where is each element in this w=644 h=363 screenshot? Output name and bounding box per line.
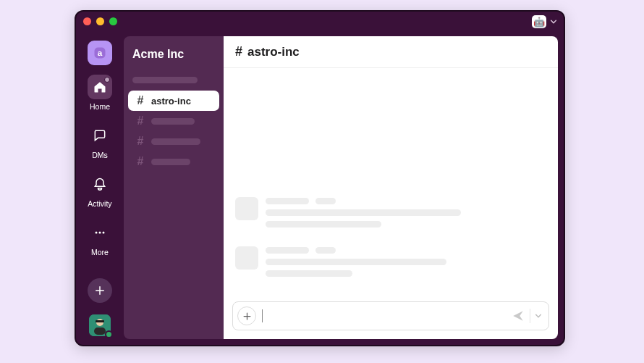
main-pane: # astro-inc	[224, 36, 558, 339]
create-new-button[interactable]	[88, 278, 112, 303]
hash-icon: #	[135, 135, 145, 148]
skeleton-time	[315, 247, 336, 254]
text-caret	[262, 309, 263, 322]
channel-item-astro-inc[interactable]: # astro-inc	[128, 91, 219, 111]
skeleton-text	[266, 259, 446, 265]
channel-skeleton	[151, 138, 200, 145]
nav-dms-label: DMs	[92, 151, 108, 159]
avatar-placeholder	[235, 246, 258, 270]
composer-attach-button[interactable]	[237, 306, 256, 325]
svg-rect-7	[94, 327, 106, 335]
channel-item-placeholder[interactable]: #	[128, 151, 219, 172]
channel-sidebar: Acme Inc # astro-inc # # #	[124, 36, 224, 339]
channel-skeleton	[151, 118, 195, 125]
app-badge-icon[interactable]: 🤖	[532, 15, 546, 28]
nav-more-label: More	[91, 248, 109, 256]
app-window: 🤖 a Home DMs	[75, 10, 565, 346]
maximize-window-button[interactable]	[109, 17, 117, 25]
svg-text:a: a	[98, 48, 103, 57]
svg-rect-8	[96, 320, 104, 322]
user-avatar[interactable]	[89, 314, 111, 336]
channel-skeleton	[151, 159, 190, 165]
activity-icon	[88, 172, 112, 196]
nav-home-label: Home	[90, 102, 110, 111]
send-options-chevron-icon[interactable]	[533, 311, 544, 321]
message-placeholder	[235, 197, 461, 228]
hash-icon: #	[235, 44, 242, 59]
send-button[interactable]	[509, 307, 528, 325]
skeleton-text	[266, 221, 381, 228]
channel-item-placeholder[interactable]: #	[128, 111, 219, 131]
message-composer[interactable]	[232, 301, 549, 330]
nav-dms[interactable]: DMs	[78, 118, 122, 162]
divider	[530, 309, 530, 323]
avatar-placeholder	[235, 197, 258, 220]
title-bar-right: 🤖	[532, 15, 558, 28]
channel-item-placeholder[interactable]: #	[128, 131, 219, 151]
skeleton-time	[315, 198, 336, 204]
workspace-switcher[interactable]: a	[88, 41, 112, 65]
send-group	[509, 307, 544, 325]
hash-icon: #	[135, 114, 145, 128]
hash-icon: #	[135, 94, 145, 107]
svg-point-4	[103, 232, 105, 234]
app-body: a Home DMs Activity	[76, 30, 564, 345]
skeleton-text	[266, 270, 352, 277]
composer-input[interactable]	[262, 309, 503, 322]
title-bar: 🤖	[76, 12, 564, 30]
sidebar-skeleton	[132, 77, 198, 83]
skeleton-text	[266, 209, 461, 216]
skeleton-name	[266, 198, 309, 204]
channel-header[interactable]: # astro-inc	[224, 36, 558, 68]
svg-point-3	[99, 232, 101, 234]
presence-online-icon	[105, 330, 113, 338]
nav-more[interactable]: More	[78, 215, 122, 259]
window-controls	[83, 17, 117, 25]
more-icon	[88, 220, 112, 245]
channel-label: astro-inc	[151, 96, 191, 107]
unread-dot-icon	[104, 77, 110, 83]
skeleton-name	[266, 247, 309, 254]
hash-icon: #	[135, 155, 145, 168]
message-placeholder	[235, 246, 446, 277]
svg-point-2	[96, 232, 98, 234]
close-window-button[interactable]	[83, 17, 91, 25]
channel-title: astro-inc	[247, 45, 300, 59]
nav-rail: a Home DMs Activity	[76, 30, 124, 345]
minimize-window-button[interactable]	[96, 17, 104, 25]
workspace-name[interactable]: Acme Inc	[124, 43, 224, 70]
nav-activity-label: Activity	[88, 199, 111, 208]
title-bar-menu-chevron-icon[interactable]	[549, 16, 558, 28]
nav-home[interactable]: Home	[78, 70, 122, 114]
message-list	[224, 68, 558, 301]
home-icon	[88, 75, 112, 99]
nav-activity[interactable]: Activity	[78, 167, 122, 211]
dms-icon	[88, 123, 112, 148]
